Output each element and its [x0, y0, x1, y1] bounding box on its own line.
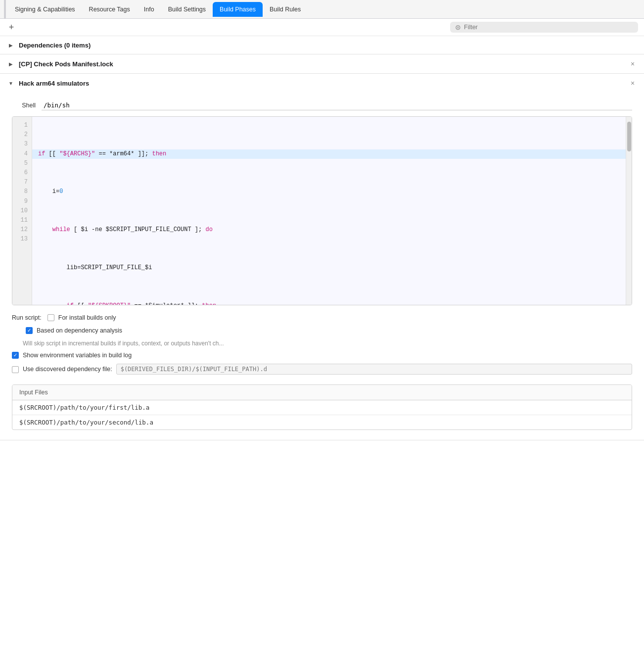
- check-pods-section-header[interactable]: [CP] Check Pods Manifest.lock ×: [0, 54, 644, 73]
- dependencies-section: Dependencies (0 items): [0, 36, 644, 54]
- hack-arm64-content: Shell 12345 678910 111213 if [[ "${ARCHS…: [0, 93, 644, 440]
- dep-file-label: Use discovered dependency file:: [23, 365, 112, 374]
- filter-input[interactable]: [464, 24, 633, 31]
- scrollbar-thumb[interactable]: [627, 122, 631, 151]
- shell-row: Shell: [12, 100, 632, 110]
- hack-arm64-section: Hack arm64 simulators × Shell 12345 6789…: [0, 74, 644, 440]
- dep-file-input[interactable]: [116, 364, 632, 375]
- show-env-vars-label: Show environment variables in build log: [23, 351, 132, 360]
- code-editor[interactable]: 12345 678910 111213 if [[ "${ARCHS}" == …: [12, 116, 632, 305]
- run-script-row: Run script: For install builds only: [12, 313, 632, 322]
- tab-build-phases[interactable]: Build Phases: [213, 2, 263, 17]
- code-line-5: if [[ "${SDKROOT}" == *Simulator* ]]; th…: [38, 301, 620, 305]
- check-pods-close-button[interactable]: ×: [628, 59, 637, 68]
- code-line-4: lib=SCRIPT_INPUT_FILE_$i: [38, 263, 620, 273]
- add-button[interactable]: +: [6, 22, 17, 33]
- hack-arm64-title: Hack arm64 simulators: [19, 80, 624, 87]
- code-line-3: while [ $i -ne $SCRIPT_INPUT_FILE_COUNT …: [38, 225, 620, 235]
- for-install-label: For install builds only: [58, 313, 116, 322]
- show-env-vars-row: Show environment variables in build log: [12, 351, 632, 360]
- line-numbers: 12345 678910 111213: [12, 117, 32, 305]
- toolbar: + ⊜: [0, 19, 644, 36]
- dependencies-title: Dependencies (0 items): [19, 42, 637, 49]
- tab-signing[interactable]: Signing & Capabilities: [8, 2, 82, 17]
- filter-icon: ⊜: [455, 23, 461, 31]
- filter-box: ⊜: [450, 22, 638, 33]
- tab-resource-tags[interactable]: Resource Tags: [82, 2, 137, 17]
- code-line-1: if [[ "${ARCHS}" == *arm64* ]]; then: [32, 149, 626, 159]
- scrollbar-track[interactable]: [626, 117, 632, 305]
- dependencies-section-header[interactable]: Dependencies (0 items): [0, 36, 644, 54]
- run-script-label: Run script:: [12, 313, 42, 322]
- show-env-vars-checkbox[interactable]: [12, 352, 19, 359]
- tab-build-settings[interactable]: Build Settings: [161, 2, 213, 17]
- dependency-analysis-checkbox[interactable]: [26, 327, 33, 334]
- code-lines[interactable]: if [[ "${ARCHS}" == *arm64* ]]; then i=0…: [32, 117, 626, 305]
- tab-build-rules[interactable]: Build Rules: [263, 2, 308, 17]
- options-section: Run script: For install builds only Base…: [12, 313, 632, 375]
- shell-input[interactable]: [42, 100, 632, 110]
- shell-label: Shell: [12, 102, 36, 109]
- code-line-2: i=0: [38, 187, 620, 196]
- dep-file-row: Use discovered dependency file:: [12, 364, 632, 375]
- input-file-item-1[interactable]: $(SRCROOT)/path/to/your/first/lib.a: [12, 400, 632, 415]
- dependency-analysis-row: Based on dependency analysis: [26, 326, 632, 335]
- check-pods-chevron: [7, 60, 15, 68]
- check-pods-section: [CP] Check Pods Manifest.lock ×: [0, 54, 644, 74]
- dep-file-checkbox[interactable]: [12, 366, 19, 373]
- input-files-header: Input Files: [12, 385, 632, 400]
- input-files-container: Input Files $(SRCROOT)/path/to/your/firs…: [12, 384, 632, 430]
- hack-arm64-section-header[interactable]: Hack arm64 simulators ×: [0, 74, 644, 93]
- code-content: 12345 678910 111213 if [[ "${ARCHS}" == …: [12, 117, 632, 305]
- check-pods-title: [CP] Check Pods Manifest.lock: [19, 60, 624, 68]
- dependencies-chevron: [7, 41, 15, 49]
- input-file-item-2[interactable]: $(SRCROOT)/path/to/your/second/lib.a: [12, 415, 632, 429]
- tab-bar: Signing & Capabilities Resource Tags Inf…: [0, 0, 644, 19]
- tab-info[interactable]: Info: [137, 2, 161, 17]
- hack-arm64-close-button[interactable]: ×: [628, 79, 637, 88]
- tab-bar-border: [4, 0, 6, 19]
- hack-arm64-chevron: [7, 79, 15, 87]
- dependency-subtext: Will skip script in incremental builds i…: [23, 339, 632, 348]
- for-install-checkbox[interactable]: [47, 314, 54, 321]
- main-content: Dependencies (0 items) [CP] Check Pods M…: [0, 36, 644, 440]
- dependency-analysis-label: Based on dependency analysis: [37, 326, 122, 335]
